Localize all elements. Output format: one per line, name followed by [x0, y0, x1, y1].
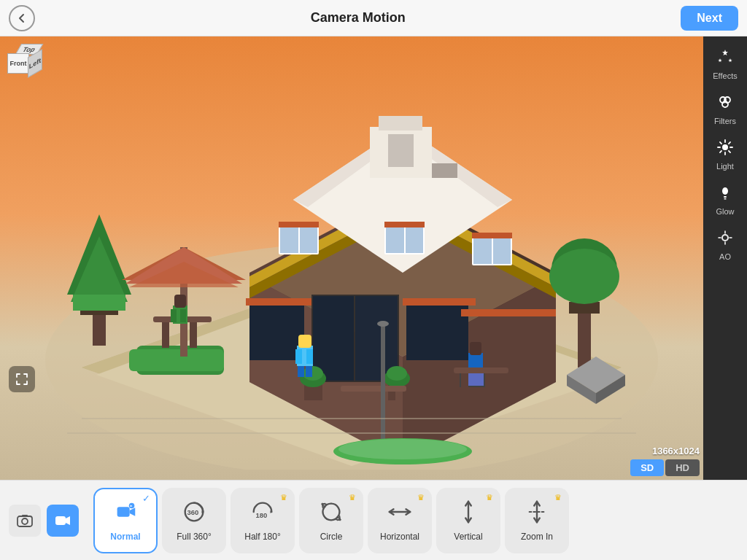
half180-icon: 180: [249, 499, 276, 529]
svg-rect-37: [162, 322, 169, 348]
ao-button[interactable]: AO: [705, 223, 745, 267]
svg-rect-13: [724, 196, 727, 198]
half180-crown-icon: ♛: [280, 493, 287, 502]
circle-icon: [318, 499, 344, 529]
ao-icon: [716, 229, 734, 251]
svg-point-82: [387, 366, 407, 381]
svg-rect-89: [341, 386, 406, 392]
header: Camera Motion Next: [0, 0, 747, 36]
svg-rect-115: [55, 516, 66, 525]
svg-rect-14: [724, 198, 727, 200]
svg-point-12: [722, 187, 728, 195]
tab-vertical[interactable]: ♛ Vertical: [436, 488, 500, 553]
svg-rect-67: [493, 234, 511, 264]
svg-point-102: [549, 249, 619, 304]
tab-full360[interactable]: 360 Full 360°: [162, 488, 226, 553]
scene: [0, 36, 703, 480]
svg-rect-31: [129, 349, 224, 371]
svg-line-9: [729, 151, 730, 152]
zoomin-icon: [524, 499, 550, 529]
svg-rect-29: [73, 295, 125, 311]
full360-label: Full 360°: [177, 532, 212, 542]
tab-half180[interactable]: ♛ 180 Half 180°: [231, 488, 295, 553]
fullscreen-button[interactable]: [9, 366, 35, 392]
svg-rect-55: [388, 134, 414, 167]
svg-point-3: [722, 144, 728, 150]
svg-line-8: [720, 142, 721, 144]
svg-rect-93: [470, 342, 481, 355]
zoomin-label: Zoom In: [521, 532, 553, 542]
svg-rect-59: [300, 223, 317, 253]
svg-rect-97: [461, 373, 468, 399]
glow-button[interactable]: Glow: [705, 178, 745, 222]
svg-rect-98: [494, 373, 501, 399]
right-panel: Effects Filters Li: [703, 36, 747, 480]
filters-button[interactable]: Filters: [705, 88, 745, 131]
svg-rect-38: [190, 322, 197, 348]
cube-front: Front: [7, 53, 29, 74]
svg-marker-76: [461, 309, 556, 316]
svg-rect-116: [117, 507, 130, 516]
tab-circle[interactable]: ♛ Circle: [299, 488, 363, 553]
svg-point-113: [22, 518, 28, 524]
svg-rect-60: [279, 222, 319, 228]
svg-rect-91: [395, 392, 403, 406]
page-title: Camera Motion: [311, 10, 406, 26]
vertical-label: Vertical: [454, 532, 482, 542]
vertical-crown-icon: ♛: [486, 493, 493, 502]
horizontal-crown-icon: ♛: [417, 493, 425, 502]
video-button[interactable]: [47, 505, 79, 537]
half180-label: Half 180°: [244, 532, 281, 542]
effects-button[interactable]: Effects: [705, 42, 745, 86]
glow-icon: [716, 184, 734, 206]
tab-horizontal[interactable]: ♛ Horizontal: [368, 488, 432, 553]
vertical-icon: [455, 499, 481, 529]
svg-text:360: 360: [187, 508, 199, 516]
svg-rect-54: [379, 116, 422, 131]
svg-rect-90: [344, 392, 352, 406]
resolution-text: 1366x1024: [652, 446, 700, 456]
light-button[interactable]: Light: [705, 133, 745, 176]
tab-normal[interactable]: ✓ Normal: [93, 488, 158, 553]
svg-text:180: 180: [256, 511, 268, 519]
full360-icon: 360: [181, 499, 207, 529]
bottom-right: 1366x1024 SD HD: [630, 446, 700, 476]
svg-rect-58: [280, 223, 298, 253]
svg-marker-73: [246, 298, 311, 306]
horizontal-label: Horizontal: [380, 532, 419, 542]
svg-rect-56: [432, 163, 457, 178]
glow-label: Glow: [716, 207, 734, 216]
svg-rect-42: [180, 309, 186, 322]
svg-point-20: [723, 236, 727, 240]
svg-rect-40: [174, 295, 186, 308]
svg-rect-86: [306, 349, 313, 364]
light-icon: [716, 139, 734, 160]
effects-label: Effects: [713, 71, 737, 80]
circle-crown-icon: ♛: [349, 493, 356, 502]
svg-rect-88: [306, 366, 312, 377]
canvas-area: Top Front Left: [0, 36, 703, 480]
svg-rect-64: [384, 222, 425, 228]
svg-rect-106: [381, 324, 385, 455]
svg-point-107: [377, 321, 389, 327]
svg-rect-66: [473, 234, 492, 264]
ao-label: AO: [719, 252, 731, 261]
normal-label: Normal: [110, 532, 140, 542]
photo-button[interactable]: [9, 505, 41, 537]
svg-rect-68: [472, 233, 512, 238]
horizontal-icon: [387, 499, 413, 529]
tab-zoomin[interactable]: ♛ Zoom In: [505, 488, 569, 553]
svg-rect-85: [295, 349, 302, 364]
svg-line-11: [729, 142, 730, 144]
sd-button[interactable]: SD: [630, 459, 664, 476]
bottom-controls: ✓ Normal 360 Full 360: [0, 480, 747, 560]
svg-rect-96: [454, 368, 508, 373]
hd-button[interactable]: HD: [665, 459, 700, 476]
motion-tabs: ✓ Normal 360 Full 360: [88, 488, 747, 553]
svg-rect-41: [171, 309, 177, 322]
back-button[interactable]: [9, 5, 35, 31]
camera-buttons: [0, 505, 88, 537]
normal-check-icon: ✓: [142, 493, 150, 504]
svg-rect-62: [386, 223, 404, 253]
next-button[interactable]: Next: [681, 6, 738, 31]
